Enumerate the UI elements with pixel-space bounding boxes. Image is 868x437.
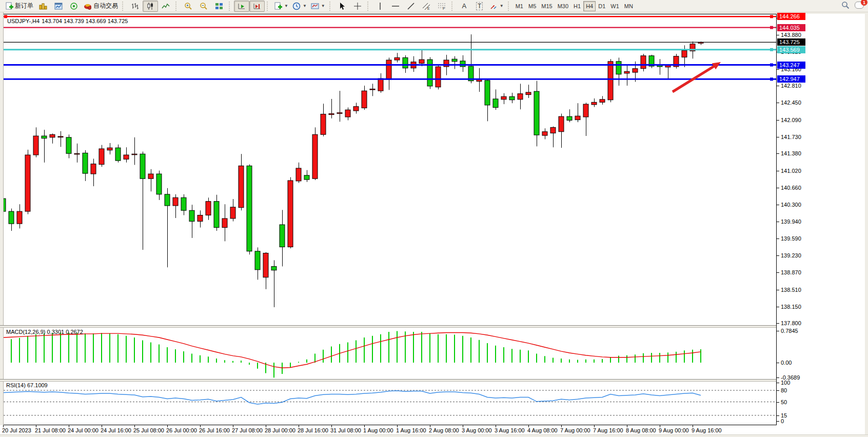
- price-tick-label: 139.590: [781, 235, 801, 242]
- status-bar: [0, 434, 868, 437]
- auto-trading-button[interactable]: 自动交易: [82, 1, 120, 12]
- templates-button[interactable]: ▼: [309, 1, 327, 12]
- candle: [165, 194, 170, 206]
- price-tick-label: 140.660: [781, 185, 801, 191]
- candle: [641, 56, 646, 69]
- candle: [91, 164, 96, 174]
- price-badge: 142.947: [777, 75, 805, 83]
- candle: [370, 89, 375, 90]
- arrows-tool-button[interactable]: ▼: [487, 1, 506, 12]
- line-handle[interactable]: [770, 64, 773, 67]
- timeframe-button-m5[interactable]: M5: [526, 1, 539, 11]
- line-chart-button[interactable]: [158, 1, 173, 12]
- crosshair-tool-button[interactable]: [350, 1, 365, 12]
- svg-text:F: F: [443, 7, 445, 10]
- bar-chart-button[interactable]: [127, 1, 143, 12]
- horizontal-line-icon: [391, 2, 400, 10]
- time-axis-label: 27 Jul 08:00: [232, 427, 263, 433]
- timeframe-button-w1[interactable]: W1: [608, 1, 622, 11]
- symbol-ohlc-header: USDJPY-,H4143.704 143.739 143.669 143.72…: [7, 18, 130, 24]
- timeframe-button-h4[interactable]: H4: [583, 1, 596, 11]
- candle: [394, 57, 400, 60]
- candle: [559, 116, 564, 132]
- chart-shift-button[interactable]: [249, 1, 265, 12]
- main-chart-pane[interactable]: [4, 14, 776, 325]
- data-window-button[interactable]: [51, 1, 66, 12]
- text-tool-icon: A: [462, 2, 466, 10]
- line-handle[interactable]: [770, 26, 773, 29]
- fibonacci-icon: F: [438, 2, 446, 10]
- equidistant-channel-tool-button[interactable]: E: [419, 1, 434, 12]
- candle: [140, 154, 145, 178]
- candle: [452, 59, 457, 62]
- trendline-tool-button[interactable]: [403, 1, 419, 12]
- time-axis-label: 26 Jul 00:00: [166, 427, 197, 433]
- timeframe-button-d1[interactable]: D1: [596, 1, 608, 11]
- new-chart-button[interactable]: ▼: [272, 1, 290, 12]
- candlestick-chart-button[interactable]: [143, 1, 158, 12]
- time-axis-label: 26 Jul 16:00: [199, 427, 230, 433]
- candle: [198, 215, 203, 222]
- price-tick-label: 137.800: [781, 320, 801, 326]
- rsi-tick-label: 100: [781, 380, 790, 386]
- timeframe-button-m15[interactable]: M15: [539, 1, 555, 11]
- svg-text:E: E: [427, 7, 430, 10]
- horizontal-line-tool-button[interactable]: [388, 1, 403, 12]
- line-handle[interactable]: [770, 77, 773, 81]
- candle: [345, 110, 350, 117]
- periods-button[interactable]: ▼: [290, 1, 309, 12]
- clock-icon: [292, 2, 301, 10]
- candle: [337, 113, 342, 114]
- signals-button[interactable]: [66, 1, 82, 12]
- time-axis-label: 28 Jul 16:00: [298, 427, 328, 433]
- line-handle[interactable]: [770, 48, 773, 51]
- candle: [181, 197, 186, 210]
- candle: [534, 91, 539, 135]
- time-axis-label: 3 Aug 16:00: [495, 427, 525, 433]
- candle: [25, 155, 30, 211]
- candle: [58, 136, 63, 137]
- toolbar: 新订单 自动交易: [0, 0, 868, 12]
- line-chart-icon: [162, 2, 170, 10]
- price-badge: 143.725: [777, 38, 805, 46]
- price-badge: 144.035: [777, 24, 805, 31]
- price-axis[interactable]: 144.240143.880143.520143.160142.810142.4…: [776, 14, 865, 425]
- notifications-button[interactable]: 1: [855, 2, 864, 9]
- zoom-in-button[interactable]: [181, 1, 196, 12]
- candle: [616, 62, 621, 74]
- rsi-label: RSI(14) 67.1009: [6, 382, 48, 388]
- candle: [263, 253, 268, 277]
- candle: [460, 61, 465, 67]
- market-watch-button[interactable]: [35, 1, 51, 12]
- zoom-out-button[interactable]: [196, 1, 211, 12]
- candle: [156, 174, 162, 194]
- cursor-tool-button[interactable]: [334, 1, 350, 12]
- chevron-down-icon: ▼: [303, 4, 307, 8]
- candle: [321, 114, 326, 134]
- timeframe-button-m1[interactable]: M1: [513, 1, 526, 11]
- text-label-tool-button[interactable]: T: [472, 1, 487, 12]
- time-axis-label: 2 Aug 08:00: [429, 427, 459, 433]
- new-order-button[interactable]: 新订单: [3, 1, 35, 12]
- timeframe-button-h1[interactable]: H1: [571, 1, 583, 11]
- time-axis[interactable]: 20 Jul 202321 Jul 08:0024 Jul 00:0024 Ju…: [0, 425, 776, 434]
- price-tick-label: 141.730: [781, 134, 801, 140]
- search-icon[interactable]: [841, 1, 850, 9]
- mt4-window: 新订单 自动交易: [0, 0, 868, 437]
- rsi-pane[interactable]: [4, 382, 776, 425]
- candle: [230, 207, 235, 218]
- line-handle[interactable]: [770, 15, 773, 18]
- toolbar-separator: [175, 2, 179, 11]
- macd-pane[interactable]: [4, 328, 776, 379]
- candle: [518, 94, 523, 100]
- timeframe-button-mn[interactable]: MN: [622, 1, 636, 11]
- vertical-line-tool-button[interactable]: [372, 1, 388, 12]
- timeframe-button-m30[interactable]: M30: [555, 1, 571, 11]
- text-tool-button[interactable]: A: [457, 1, 472, 12]
- tile-windows-button[interactable]: [211, 1, 227, 12]
- fibonacci-tool-button[interactable]: F: [434, 1, 449, 12]
- time-axis-label: 25 Jul 08:00: [133, 427, 164, 433]
- new-chart-icon: [274, 2, 282, 10]
- crosshair-icon: [353, 2, 362, 10]
- auto-scroll-button[interactable]: [234, 1, 249, 12]
